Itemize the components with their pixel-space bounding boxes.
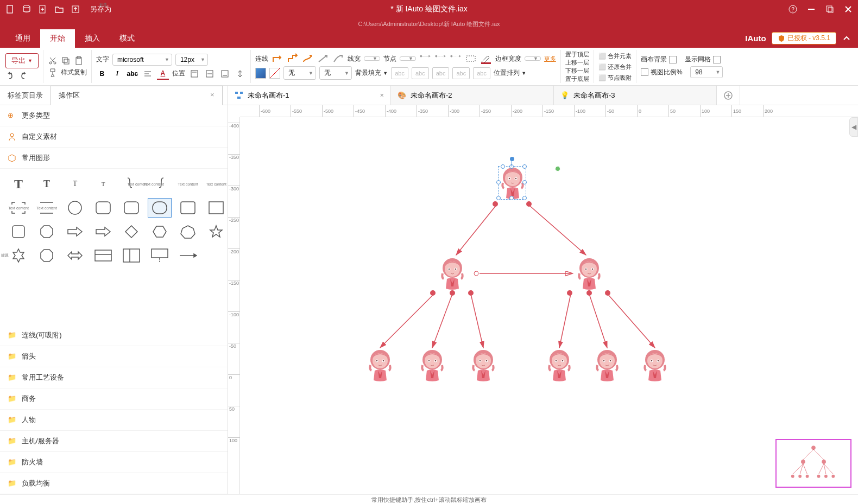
section-custom[interactable]: 自定义素材	[0, 126, 228, 148]
abc-box-2[interactable]: abc	[412, 67, 429, 79]
person-node[interactable]	[498, 166, 526, 200]
conn-type-1-icon[interactable]	[272, 53, 283, 64]
person-node[interactable]	[418, 349, 446, 382]
export-icon[interactable]	[71, 4, 80, 14]
tab-start[interactable]: 开始	[40, 29, 75, 48]
shape-arrow-bi[interactable]	[63, 246, 87, 265]
export-button[interactable]: 导出 ▼	[5, 53, 39, 68]
shape-octagon-2[interactable]	[35, 246, 59, 265]
node-select[interactable]: ▼	[400, 56, 416, 61]
layer-down[interactable]: 下移一层	[565, 67, 589, 75]
conn-type-2-icon[interactable]	[287, 53, 299, 64]
database-icon[interactable]	[22, 4, 31, 14]
section-equipment[interactable]: 📁常用工艺设备	[0, 367, 228, 388]
collapse-panel-icon[interactable]: ◀	[849, 117, 858, 137]
shape-star[interactable]	[204, 222, 228, 241]
cut-icon[interactable]	[48, 56, 58, 66]
minimap[interactable]	[775, 439, 851, 488]
shape-brace-right[interactable]: Text content	[119, 174, 143, 194]
shape-text-h2[interactable]: T	[35, 174, 59, 194]
distribute-icon[interactable]	[234, 68, 246, 80]
shape-text-h1[interactable]: T	[7, 174, 30, 194]
abc-box-3[interactable]: abc	[432, 67, 450, 79]
close-icon[interactable]: ×	[210, 91, 214, 99]
canvas[interactable]	[240, 117, 858, 494]
person-node[interactable]	[438, 257, 466, 291]
zoom-checkbox[interactable]	[641, 68, 648, 76]
add-file-icon[interactable]	[38, 4, 48, 14]
section-firewall[interactable]: 📁防火墙	[0, 452, 228, 473]
conn-type-4-icon[interactable]	[317, 53, 329, 64]
minimize-icon[interactable]	[807, 5, 816, 14]
conn-type-3-icon[interactable]	[302, 53, 314, 64]
posarrange-label[interactable]: 位置排列 ▼	[494, 68, 526, 78]
open-folder-icon[interactable]	[54, 4, 64, 14]
bold-button[interactable]: B	[96, 68, 108, 80]
layer-bottom[interactable]: 置于底层	[565, 75, 589, 83]
abc-box-1[interactable]: abc	[391, 67, 408, 79]
canvas-tab-1[interactable]: 未命名画布-1×	[228, 86, 391, 105]
section-connectors[interactable]: 📁连线(可吸附)	[0, 325, 228, 346]
fill-select-1[interactable]: 无▼	[283, 66, 316, 80]
font-select[interactable]: microsoft▼	[112, 54, 172, 66]
restore-merge[interactable]: ⬜ 还原合并	[598, 61, 632, 72]
shape-callout[interactable]	[148, 246, 172, 265]
paste-icon[interactable]	[74, 56, 84, 66]
shape-hexagon[interactable]	[148, 222, 172, 241]
valign-bot-icon[interactable]	[219, 68, 231, 80]
shape-rect-2[interactable]	[204, 198, 228, 218]
person-node[interactable]	[641, 349, 669, 382]
new-file-icon[interactable]	[5, 4, 15, 14]
fontcolor-button[interactable]: A	[157, 68, 169, 80]
close-icon[interactable]: ×	[380, 91, 384, 99]
person-node[interactable]	[575, 257, 603, 291]
align-button[interactable]	[142, 68, 154, 80]
line-style-2-icon[interactable]	[434, 53, 446, 64]
shape-title-box[interactable]: 标题	[91, 246, 115, 265]
section-loadbalance[interactable]: 📁负载均衡	[0, 473, 228, 494]
tab-mode[interactable]: 模式	[110, 29, 144, 48]
borderwidth-select[interactable]: ▼	[525, 56, 541, 61]
italic-button[interactable]: I	[111, 68, 123, 80]
strike-button[interactable]: abc	[127, 68, 138, 80]
valign-mid-icon[interactable]	[204, 68, 216, 80]
section-host[interactable]: 📁主机/服务器	[0, 431, 228, 452]
person-node[interactable]	[545, 349, 573, 382]
undo-icon[interactable]	[5, 71, 15, 80]
section-business[interactable]: 📁商务	[0, 388, 228, 410]
line-style-3-icon[interactable]	[450, 53, 462, 64]
person-node[interactable]	[469, 349, 497, 382]
shape-side-label[interactable]: 标题	[119, 246, 143, 265]
section-people[interactable]: 📁人物	[0, 410, 228, 431]
fill-select-2[interactable]: 无▼	[319, 66, 352, 80]
more-link[interactable]: 更多	[544, 55, 556, 63]
sidebar-tab-directory[interactable]: 标签页目录	[0, 86, 51, 105]
maximize-icon[interactable]	[825, 5, 834, 14]
shape-octagon[interactable]	[35, 222, 59, 241]
redo-icon[interactable]	[18, 71, 28, 80]
tab-insert[interactable]: 插入	[75, 29, 110, 48]
abc-box-4[interactable]: abc	[452, 67, 470, 79]
shape-text-h3[interactable]: T	[63, 174, 87, 194]
shape-rounded-rect-2[interactable]	[119, 198, 143, 218]
line-style-1-icon[interactable]	[419, 53, 431, 64]
shape-line-arrow[interactable]	[176, 246, 200, 265]
canvas-tab-3[interactable]: 💡未命名画布-3	[554, 86, 717, 105]
shape-corner-box-1[interactable]: Text content	[7, 198, 30, 218]
license-badge[interactable]: 已授权 - v3.5.1	[772, 32, 836, 44]
tab-general[interactable]: 通用	[5, 29, 40, 48]
shape-square[interactable]	[7, 222, 30, 241]
conn-type-5-icon[interactable]	[332, 53, 344, 64]
valign-top-icon[interactable]	[188, 68, 200, 80]
show-grid-checkbox[interactable]	[713, 56, 721, 63]
layer-top[interactable]: 置于顶层	[565, 50, 589, 59]
fontsize-select[interactable]: 12px▼	[175, 54, 208, 66]
shape-rounded-rect-selected[interactable]	[148, 198, 172, 218]
format-copy-label[interactable]: 样式复制	[61, 68, 87, 77]
shape-diamond[interactable]	[119, 222, 143, 241]
person-node[interactable]	[366, 349, 394, 382]
format-painter-icon[interactable]	[48, 68, 58, 78]
shape-heptagon[interactable]	[176, 222, 200, 241]
line-dashed-icon[interactable]	[465, 53, 477, 64]
person-node[interactable]	[593, 349, 621, 382]
